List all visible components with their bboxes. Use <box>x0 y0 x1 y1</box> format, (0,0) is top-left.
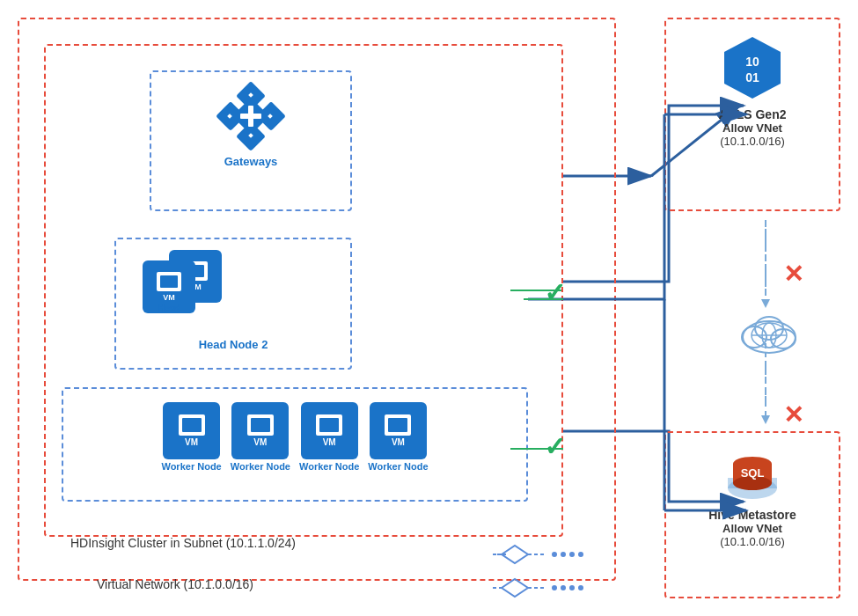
head-text: Head <box>158 304 180 313</box>
xmark-bottom: ✕ <box>783 400 803 429</box>
worker-node-2-icon: VM <box>231 402 289 459</box>
cloud-icon <box>732 304 807 361</box>
workernodes-box: VM Worker Node VM Worker Node <box>62 387 528 502</box>
svg-marker-43 <box>761 415 770 424</box>
svg-text:10: 10 <box>745 55 759 69</box>
svg-rect-14 <box>240 114 261 119</box>
head-node-label: Head Node 2 <box>199 338 268 351</box>
adls-subtitle: Allow VNet <box>722 121 782 135</box>
hive-sql-icon: SQL <box>722 446 783 503</box>
svg-point-59 <box>569 585 575 590</box>
worker-node-3: VM Worker Node <box>299 402 359 472</box>
hive-subtitle: Allow VNet <box>722 522 782 535</box>
diagram-container: Gateways VM VM <box>0 0 858 616</box>
checkmark-bottom: ✓ <box>544 431 566 462</box>
worker-label-2: Worker Node <box>231 461 290 472</box>
worker-node-4: VM Worker Node <box>368 402 428 472</box>
adls-box: 10 01 ADLS Gen2 Allow VNet (10.1.0.0/16) <box>664 18 840 211</box>
worker-label-1: Worker Node <box>161 461 221 472</box>
worker-node-1-icon: VM <box>163 402 220 459</box>
gateway-icon <box>216 81 286 151</box>
svg-marker-54 <box>502 579 528 597</box>
svg-text:01: 01 <box>745 70 759 84</box>
adls-icon: 10 01 <box>717 33 788 103</box>
worker-node-4-icon: VM <box>370 402 427 459</box>
svg-point-57 <box>552 585 557 590</box>
adls-subnet: (10.1.0.0/16) <box>720 135 785 148</box>
vnet-label: Virtual Network (10.1.0.0/16) <box>97 577 253 591</box>
worker-label-4: Worker Node <box>368 461 428 472</box>
xmark-top: ✕ <box>783 260 803 289</box>
gateways-box: Gateways <box>150 70 352 211</box>
hive-subnet: (10.1.0.0/16) <box>720 535 785 548</box>
hive-title: Hive Metastore <box>708 508 796 522</box>
svg-point-60 <box>578 585 583 590</box>
svg-text:SQL: SQL <box>741 466 765 480</box>
worker-node-3-icon: VM <box>301 402 358 459</box>
internet-cloud <box>732 304 807 364</box>
headnodes-box: VM VM Head Node 2 Head <box>114 238 352 370</box>
hdinsight-label: HDInsight Cluster in Subnet (10.1.1.0/24… <box>70 536 296 550</box>
adls-title: ADLS Gen2 <box>718 107 786 121</box>
worker-node-1: VM Worker Node <box>161 402 221 472</box>
hive-box: SQL Hive Metastore Allow VNet (10.1.0.0/… <box>664 431 840 598</box>
worker-node-2: VM Worker Node <box>231 402 290 472</box>
checkmark-top: ✓ <box>544 277 566 308</box>
gateways-label: Gateways <box>224 155 278 168</box>
svg-point-58 <box>561 585 566 590</box>
worker-label-3: Worker Node <box>299 461 359 472</box>
